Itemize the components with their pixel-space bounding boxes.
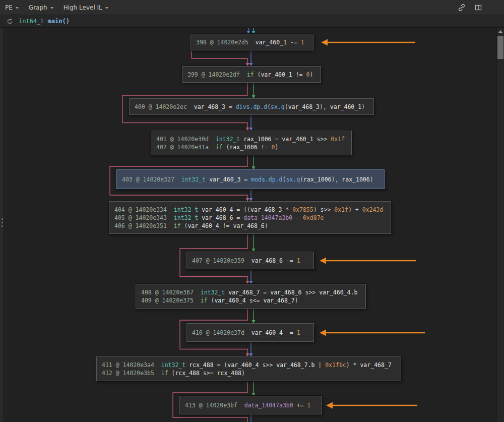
token-v: var_460_4 — [202, 206, 233, 213]
token-o: = ( — [214, 361, 228, 369]
token-a: 402 @ 14020e31a — [156, 144, 209, 151]
menu-label: PE — [5, 4, 13, 11]
menu-pe[interactable]: PE — [0, 0, 24, 15]
menu-graph[interactable]: Graph — [24, 0, 58, 15]
token-v: var_460_4 — [251, 329, 283, 336]
token-s — [174, 176, 181, 183]
graph-node-401[interactable]: 401 @ 14020e30d int32_t rax_1006 = var_4… — [151, 131, 352, 155]
token-k: if — [174, 222, 181, 229]
token-a: 408 @ 14020e367 — [141, 289, 194, 296]
token-t: int32_t — [201, 289, 225, 296]
token-o: = — [240, 176, 251, 183]
token-a: 411 @ 14020e3a4 — [102, 361, 154, 369]
graph-node-398[interactable]: 398 @ 14020e2d5 var_460_1 -= 1 — [191, 34, 313, 50]
token-v: var_460_1 — [330, 103, 361, 110]
token-t: int32_t — [181, 176, 206, 183]
token-o: s>> — [259, 361, 277, 369]
split-view-icon[interactable] — [474, 3, 483, 12]
code-line: 405 @ 14020e343 int32_t var_468_6 = data… — [114, 214, 386, 222]
token-a: 399 @ 14020e2df — [187, 71, 240, 78]
token-v: rcx_488 — [217, 370, 241, 377]
token-v: rax_1006 — [303, 176, 331, 183]
token-a: 412 @ 14020e3b5 — [102, 370, 154, 377]
token-v: rax_1006 — [342, 176, 369, 183]
token-o: ) * — [346, 361, 360, 369]
token-o: ) — [265, 222, 268, 229]
token-s — [167, 214, 174, 221]
token-v: rax_1006 — [243, 136, 271, 143]
splitter-handle[interactable] — [1, 217, 4, 228]
token-o: += — [293, 402, 307, 409]
graph-node-400[interactable]: 400 @ 14020e2ec var_468_3 = divs.dp.d(sx… — [129, 98, 374, 115]
token-f: sx.q — [286, 176, 300, 183]
graph-node-403[interactable]: 403 @ 14020e327 int32_t var_460_3 = mods… — [116, 169, 385, 189]
token-o: - — [292, 214, 303, 221]
graph-node-408[interactable]: 408 @ 14020e367 int32_t var_468_7 = var_… — [136, 284, 366, 309]
token-v: var_460_1 — [261, 71, 292, 78]
token-s — [209, 144, 216, 151]
token-v: var_468_3 — [194, 103, 225, 110]
panel-splitter — [0, 28, 4, 422]
code-line: 412 @ 14020e3b5 if (rcx_488 s>= rcx_488) — [102, 369, 396, 377]
token-f: divs.dp.d — [236, 103, 267, 110]
link-icon[interactable] — [457, 3, 466, 12]
token-o: = (( — [233, 206, 250, 213]
token-o: ) — [370, 176, 373, 183]
token-a: 405 @ 14020e343 — [114, 214, 167, 221]
code-line: 400 @ 14020e2ec var_468_3 = divs.dp.d(sx… — [135, 103, 368, 111]
token-d: data_14047a3b0 — [243, 214, 292, 221]
token-s — [154, 370, 161, 377]
vertical-scrollbar[interactable] — [496, 28, 504, 422]
graph-node-411[interactable]: 411 @ 14020e3a4 int32_t rcx_488 = (var_4… — [96, 356, 401, 381]
token-v: var_460_4 — [187, 222, 219, 229]
token-a: 400 @ 14020e2ec — [135, 103, 187, 110]
token-a: 409 @ 14020e375 — [141, 297, 194, 304]
graph-node-413[interactable]: 413 @ 14020e3bf data_14047a3b0 += 1 — [179, 396, 322, 414]
token-v: var_468_7 — [263, 297, 294, 304]
token-k: if — [201, 297, 208, 304]
token-v: var_468_7 — [228, 289, 260, 296]
token-t: int32_t — [174, 206, 198, 213]
token-s — [194, 297, 201, 304]
highlight-arrow — [326, 402, 333, 409]
token-v: var_460_1 — [256, 39, 287, 46]
code-line: 408 @ 14020e367 int32_t var_468_7 = var_… — [141, 288, 360, 296]
token-a: 407 @ 14020e359 — [192, 257, 244, 264]
token-s — [244, 257, 251, 264]
graph-node-404[interactable]: 404 @ 14020e334 int32_t var_460_4 = ((va… — [109, 201, 391, 234]
code-line: 406 @ 14020e351 if (var_460_4 != var_468… — [114, 222, 386, 230]
refresh-icon[interactable] — [5, 17, 14, 26]
edge — [192, 50, 247, 66]
token-n: 0x1f — [331, 136, 345, 143]
token-o: ) — [275, 144, 278, 151]
scroll-up-button[interactable] — [497, 28, 504, 35]
token-o: ) s>> — [313, 206, 335, 213]
menu-icon[interactable] — [490, 3, 498, 12]
token-o: = — [260, 289, 270, 296]
token-a: 410 @ 14020e37d — [192, 329, 244, 336]
graph-view[interactable]: 398 @ 14020e2d5 var_460_1 -= 1399 @ 1402… — [0, 28, 504, 422]
token-s — [154, 361, 161, 369]
token-o: ( — [285, 103, 288, 110]
token-a: 406 @ 14020e351 — [114, 222, 167, 229]
scrollbar-thumb[interactable] — [497, 36, 503, 59]
token-o: ), — [320, 103, 330, 110]
graph-node-407[interactable]: 407 @ 14020e359 var_468_6 -= 1 — [186, 252, 314, 269]
token-o: = — [225, 103, 236, 110]
graph-node-410[interactable]: 410 @ 14020e37d var_460_4 -= 1 — [186, 323, 314, 342]
token-o: ( — [254, 71, 261, 78]
function-header-bar: int64_tmain() — [0, 15, 504, 28]
code-line: 413 @ 14020e3bf data_14047a3b0 += 1 — [185, 401, 317, 409]
menu-high-level-il[interactable]: High Level IL — [58, 0, 113, 15]
token-o: ) + — [348, 206, 362, 213]
token-o: ( — [181, 222, 188, 229]
token-s — [248, 39, 256, 46]
token-o: | — [314, 361, 325, 369]
menu-label: Graph — [29, 4, 47, 11]
token-k: if — [161, 370, 168, 377]
function-signature[interactable]: int64_tmain() — [19, 18, 70, 25]
token-s — [167, 222, 174, 229]
token-s — [187, 103, 194, 110]
graph-node-399[interactable]: 399 @ 14020e2df if (var_460_1 != 0) — [182, 66, 321, 83]
token-o: -= — [283, 257, 297, 264]
